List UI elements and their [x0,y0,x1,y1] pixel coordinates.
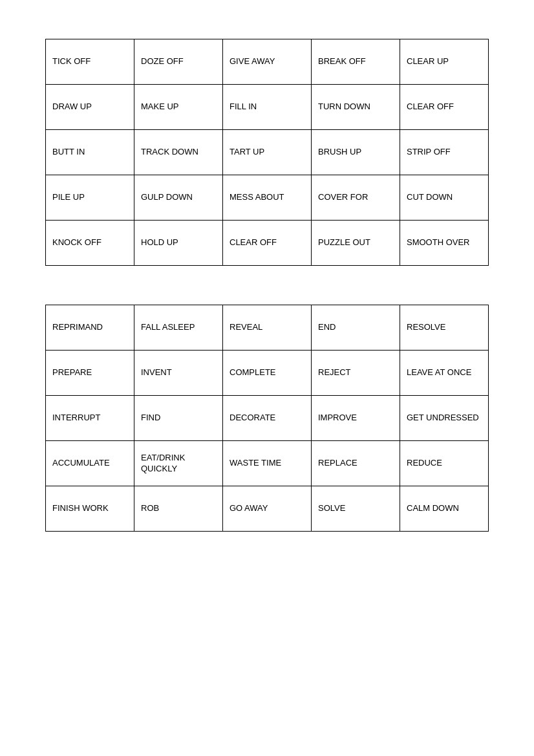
table-cell: FINISH WORK [46,486,134,532]
table-cell: BRUSH UP [312,130,400,175]
table-cell: SMOOTH OVER [400,221,489,266]
table-cell: GET UNDRESSED [400,396,489,441]
table-cell: REVEAL [223,305,312,351]
table-cell: CALM DOWN [400,486,489,532]
table-cell: DOZE OFF [134,39,223,85]
table-cell: COVER FOR [312,175,400,221]
table-cell: BREAK OFF [312,39,400,85]
table-cell: FIND [134,396,223,441]
meanings-section: REPRIMANDFALL ASLEEPREVEALENDRESOLVEPREP… [45,305,489,532]
table-cell: GIVE AWAY [223,39,312,85]
table-cell: RESOLVE [400,305,489,351]
table-cell: REPRIMAND [46,305,134,351]
table-cell: PREPARE [46,351,134,396]
phrasal-verbs-grid: TICK OFFDOZE OFFGIVE AWAYBREAK OFFCLEAR … [45,39,489,266]
table-cell: PUZZLE OUT [312,221,400,266]
table-cell: FALL ASLEEP [134,305,223,351]
table-cell: ROB [134,486,223,532]
table-cell: CLEAR OFF [400,85,489,130]
table-cell: DRAW UP [46,85,134,130]
table-cell: DECORATE [223,396,312,441]
table-cell: PILE UP [46,175,134,221]
table-cell: TRACK DOWN [134,130,223,175]
table-cell: INTERRUPT [46,396,134,441]
table-cell: ACCUMULATE [46,441,134,486]
table-cell: KNOCK OFF [46,221,134,266]
table-cell: TURN DOWN [312,85,400,130]
table-cell: WASTE TIME [223,441,312,486]
table-cell: STRIP OFF [400,130,489,175]
table-cell: BUTT IN [46,130,134,175]
table-cell: MESS ABOUT [223,175,312,221]
table-cell: REJECT [312,351,400,396]
table-cell: CUT DOWN [400,175,489,221]
table-cell: GO AWAY [223,486,312,532]
table-cell: LEAVE AT ONCE [400,351,489,396]
table-cell: HOLD UP [134,221,223,266]
table-cell: EAT/DRINK QUICKLY [134,441,223,486]
table-cell: CLEAR OFF [223,221,312,266]
table-cell: IMPROVE [312,396,400,441]
table-cell: FILL IN [223,85,312,130]
table-cell: REDUCE [400,441,489,486]
table-cell: REPLACE [312,441,400,486]
phrasal-verbs-section: TICK OFFDOZE OFFGIVE AWAYBREAK OFFCLEAR … [45,39,489,266]
page: TICK OFFDOZE OFFGIVE AWAYBREAK OFFCLEAR … [13,13,521,577]
table-cell: CLEAR UP [400,39,489,85]
table-cell: TART UP [223,130,312,175]
meanings-grid: REPRIMANDFALL ASLEEPREVEALENDRESOLVEPREP… [45,305,489,532]
table-cell: COMPLETE [223,351,312,396]
table-cell: SOLVE [312,486,400,532]
table-cell: END [312,305,400,351]
table-cell: MAKE UP [134,85,223,130]
table-cell: TICK OFF [46,39,134,85]
table-cell: INVENT [134,351,223,396]
table-cell: GULP DOWN [134,175,223,221]
